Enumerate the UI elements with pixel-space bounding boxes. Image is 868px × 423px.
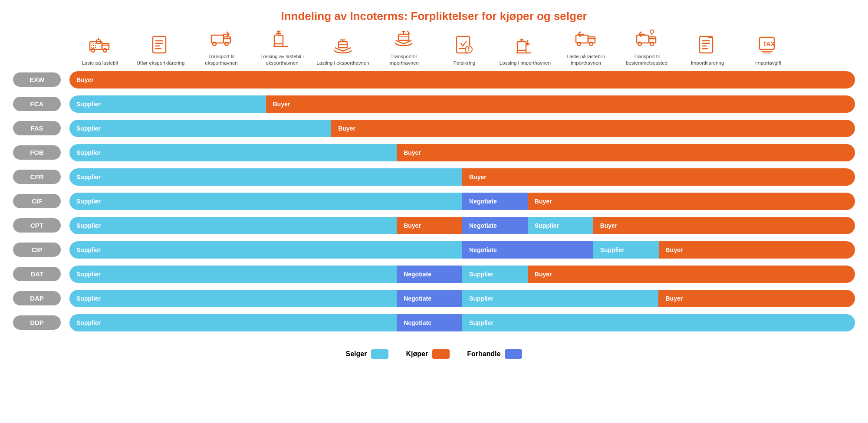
legend-item-buyer: Kjøper (406, 349, 450, 359)
svg-rect-24 (274, 35, 283, 44)
legend-item-supplier: Selger (346, 349, 389, 359)
icon-label-c2: Utfør eksportklarering (137, 60, 185, 66)
segment-fob-0: Supplier (69, 144, 397, 161)
segment-cif-1: Negotiate (462, 193, 528, 210)
svg-point-20 (225, 42, 228, 46)
segment-cip-2: Supplier (593, 241, 659, 259)
segment-cif-2: Buyer (528, 193, 855, 210)
svg-rect-58 (576, 35, 588, 43)
icon-label-c9: Laste på lastebil i importhavnen (557, 53, 615, 66)
segment-cif-0: Supplier (69, 193, 462, 210)
icon-col-c4: Lossing av lastebil i eksporthavnen (252, 27, 312, 66)
row-dat: DATSupplierNegotiateSupplierBuyer (13, 263, 855, 285)
row-label-ddp: DDP (13, 315, 61, 330)
icon-col-c10: Transport til bestemmelsessted (616, 27, 677, 66)
row-label-fas: FAS (13, 121, 61, 135)
segment-dap-3: Buyer (658, 290, 855, 307)
segment-ddp-0: Supplier (69, 314, 397, 331)
row-cif: CIFSupplierNegotiateBuyer (13, 190, 855, 212)
row-label-cfr: CFR (13, 170, 61, 184)
row-label-exw: EXW (13, 72, 61, 87)
svg-rect-11 (153, 36, 166, 53)
segment-fob-1: Buyer (397, 144, 855, 161)
icon-label-c6: Transport til importhavnen (375, 53, 432, 66)
unload-import-icon (514, 34, 536, 60)
legend-swatch-negotiate (505, 349, 522, 359)
row-bars-dap: SupplierNegotiateSupplierBuyer (69, 290, 855, 307)
segment-fca-0: Supplier (69, 95, 266, 113)
icon-header: Laste på lastebil Utfør eksportklarering… (69, 27, 855, 66)
segment-ddp-1: Negotiate (397, 314, 462, 331)
svg-point-61 (577, 42, 581, 46)
load-ship-icon (332, 34, 354, 60)
unload-export-icon (271, 27, 293, 53)
segment-cip-0: Supplier (69, 241, 462, 259)
segment-ddp-2: Supplier (462, 314, 855, 331)
row-label-dat: DAT (13, 267, 61, 281)
legend-swatch-buyer (432, 349, 450, 359)
svg-rect-76 (700, 36, 713, 53)
segment-cpt-3: Supplier (528, 217, 593, 234)
svg-point-19 (213, 42, 216, 46)
icon-col-c7: Forsikring (434, 34, 495, 66)
row-label-fob: FOB (13, 145, 61, 160)
segment-dat-3: Buyer (528, 266, 855, 283)
icon-label-c8: Lossing i importhavnen (500, 60, 551, 66)
segment-cfr-0: Supplier (69, 168, 462, 186)
svg-rect-16 (211, 35, 224, 43)
icon-label-c5: Lasting i eksporthavnen (316, 60, 369, 66)
svg-point-70 (650, 42, 654, 46)
segment-cfr-1: Buyer (462, 168, 855, 186)
row-dap: DAPSupplierNegotiateSupplierBuyer (13, 288, 855, 309)
row-label-dap: DAP (13, 291, 61, 305)
row-bars-fas: SupplierBuyer (69, 120, 855, 137)
icon-label-c12: Importavgift (755, 60, 781, 66)
icon-col-c2: Utfør eksportklarering (130, 34, 191, 66)
legend: SelgerKjøperForhandle (13, 349, 855, 359)
row-label-cif: CIF (13, 194, 61, 208)
svg-point-74 (650, 30, 654, 33)
row-bars-dat: SupplierNegotiateSupplierBuyer (69, 266, 855, 283)
svg-point-4 (103, 49, 107, 52)
row-bars-ddp: SupplierNegotiateSupplier (69, 314, 855, 331)
svg-point-3 (91, 49, 95, 52)
icon-label-c10: Transport til bestemmelsessted (618, 53, 675, 66)
ship-transport-icon (392, 27, 415, 53)
svg-text:TAX: TAX (763, 40, 775, 47)
icon-label-c4: Lossing av lastebil i eksporthavnen (253, 53, 311, 66)
row-bars-cif: SupplierNegotiateBuyer (69, 193, 855, 210)
segment-cpt-4: Buyer (593, 217, 855, 234)
svg-point-62 (589, 42, 593, 46)
row-label-cip: CIP (13, 243, 61, 257)
icon-label-c3: Transport til eksporthavnen (193, 53, 250, 66)
icon-label-c11: Importklarering (691, 60, 724, 66)
segment-exw-0: Buyer (69, 71, 855, 89)
row-cpt: CPTSupplierBuyerNegotiateSupplierBuyer (13, 215, 855, 236)
segment-dat-0: Supplier (69, 266, 397, 283)
truck-destination-icon (635, 27, 658, 53)
row-cip: CIPSupplierNegotiateSupplierBuyer (13, 239, 855, 261)
segment-dat-1: Negotiate (397, 266, 462, 283)
grid-area: EXWBuyerFCASupplierBuyerFASSupplierBuyer… (13, 69, 855, 336)
row-bars-fob: SupplierBuyer (69, 144, 855, 161)
segment-cip-3: Buyer (659, 241, 855, 259)
icon-label-c7: Forsikring (454, 60, 475, 66)
segment-cpt-2: Negotiate (462, 217, 528, 234)
segment-dap-2: Supplier (462, 290, 659, 307)
row-fca: FCASupplierBuyer (13, 93, 855, 115)
svg-point-69 (638, 42, 641, 46)
page-title: Inndeling av Incoterms: Forpliktelser fo… (13, 0, 855, 27)
row-fas: FASSupplierBuyer (13, 118, 855, 139)
svg-rect-66 (637, 35, 649, 43)
icon-col-c9: Laste på lastebil i importhavnen (556, 27, 616, 66)
row-label-fca: FCA (13, 97, 61, 111)
row-bars-fca: SupplierBuyer (69, 95, 855, 113)
truck-load-icon (89, 34, 111, 60)
import-doc-icon (696, 34, 719, 60)
icon-col-c3: Transport til eksporthavnen (191, 27, 252, 66)
segment-dat-2: Supplier (462, 266, 528, 283)
icon-col-c8: Lossing i importhavnen (495, 34, 556, 66)
row-ddp: DDPSupplierNegotiateSupplier (13, 312, 855, 334)
svg-rect-48 (517, 42, 526, 50)
legend-label-negotiate: Forhandle (467, 350, 500, 358)
